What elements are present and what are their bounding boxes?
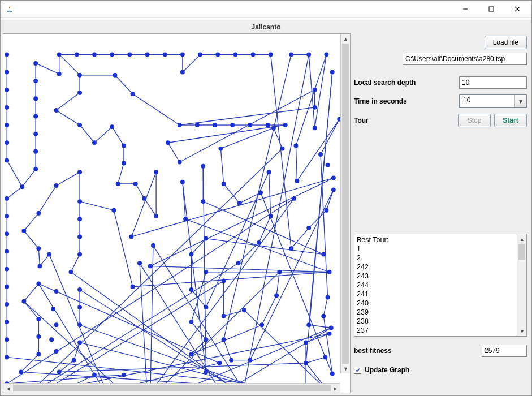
scroll-left-icon[interactable]: ◄ [3,384,13,393]
svg-point-218 [36,246,41,251]
svg-point-215 [20,184,24,189]
svg-point-338 [295,179,300,183]
svg-point-361 [326,163,330,167]
svg-point-262 [110,124,114,129]
scroll-right-icon[interactable]: ► [331,384,340,393]
svg-point-193 [5,88,9,92]
svg-point-202 [5,267,9,272]
stop-button[interactable]: Stop [458,114,491,127]
svg-point-373 [51,307,55,311]
svg-point-313 [269,214,273,218]
svg-point-250 [77,217,82,221]
best-fitness-field[interactable] [482,345,527,357]
svg-point-317 [222,314,226,318]
svg-line-55 [220,149,223,184]
svg-point-287 [180,180,185,184]
scroll-up-icon[interactable]: ▲ [341,34,350,44]
chevron-down-icon[interactable]: ▼ [515,95,526,107]
svg-point-294 [204,305,208,309]
svg-point-245 [77,123,82,127]
svg-point-292 [204,270,208,274]
svg-point-229 [75,52,79,57]
update-graph-label: Update Graph [365,366,409,374]
time-combo[interactable]: 10 ▼ [459,94,527,108]
side-panel: Load file Local search depth Time in sec… [354,33,529,393]
svg-point-246 [92,140,97,145]
svg-point-311 [258,191,263,195]
page-title: Jalicanto [3,22,529,33]
svg-point-205 [5,320,9,324]
maximize-button[interactable] [478,1,504,18]
scroll-down-icon[interactable]: ▼ [341,364,350,373]
svg-point-277 [178,123,182,127]
svg-point-274 [92,373,97,377]
svg-point-275 [122,373,126,377]
close-button[interactable] [504,1,530,18]
svg-point-291 [189,252,194,257]
scroll-thumb-vertical[interactable] [342,44,349,364]
svg-point-283 [283,123,288,127]
svg-point-374 [54,289,59,294]
svg-point-226 [19,369,23,374]
svg-point-372 [54,322,59,327]
scroll-thumb[interactable] [518,244,525,260]
svg-point-354 [280,147,285,151]
svg-point-194 [5,105,9,110]
file-path-field[interactable] [403,53,527,65]
svg-point-244 [54,108,59,113]
svg-point-345 [323,355,327,359]
tour-textarea[interactable]: Best Tour: 1 2 242 243 244 241 240 239 2… [354,234,527,337]
update-graph-checkbox[interactable]: ✔ [354,367,361,374]
svg-line-54 [224,184,240,203]
java-icon [5,5,14,14]
svg-point-322 [289,246,293,251]
svg-point-309 [222,182,226,186]
svg-point-259 [57,369,62,374]
svg-point-208 [33,61,38,66]
svg-point-314 [257,240,261,245]
svg-point-212 [33,132,38,136]
svg-line-50 [323,316,332,374]
graph-scrollbar-vertical[interactable]: ▲ ▼ [340,34,350,373]
start-button[interactable]: Start [494,114,527,127]
svg-line-95 [7,199,294,383]
load-file-button[interactable]: Load file [485,36,527,49]
search-depth-field[interactable] [459,76,527,89]
scroll-thumb-horizontal[interactable] [13,385,331,391]
svg-line-136 [24,302,38,319]
svg-point-201 [5,249,9,253]
svg-point-325 [331,187,336,192]
svg-point-210 [33,96,38,101]
graph-viewport[interactable]: ▲ ▼ [3,34,350,383]
svg-point-257 [77,341,82,345]
svg-line-39 [224,339,232,360]
svg-point-222 [21,299,26,304]
svg-point-233 [145,52,150,57]
svg-point-256 [77,322,82,327]
svg-line-36 [326,190,333,210]
svg-line-140 [40,255,49,266]
svg-point-273 [131,285,135,289]
svg-line-57 [274,128,283,148]
graph-scrollbar-horizontal[interactable]: ◄ ► [3,383,340,393]
tour-label: Tour [354,117,450,124]
svg-line-175 [150,178,334,266]
svg-point-308 [218,147,223,151]
scroll-up-icon[interactable]: ▲ [517,234,527,244]
svg-point-268 [148,264,153,268]
svg-point-316 [222,278,226,283]
svg-line-48 [321,154,327,297]
svg-point-323 [306,226,311,230]
svg-point-333 [313,88,317,92]
svg-line-190 [7,187,22,199]
svg-point-353 [292,196,296,201]
minimize-button[interactable] [452,1,478,18]
scroll-down-icon[interactable]: ▼ [517,326,527,336]
svg-point-288 [201,199,205,204]
svg-point-266 [111,208,116,213]
tour-text-content: Best Tour: 1 2 242 243 244 241 240 239 2… [354,234,517,336]
svg-rect-1 [489,7,494,11]
tour-scrollbar[interactable]: ▲ ▼ [517,234,526,336]
svg-line-118 [180,107,315,125]
svg-point-315 [236,261,241,265]
